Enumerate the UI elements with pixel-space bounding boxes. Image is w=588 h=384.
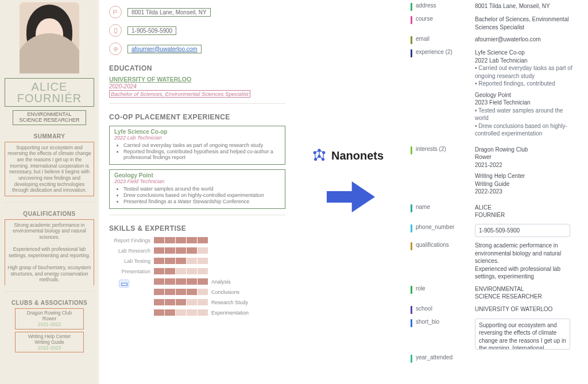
skill-label: Experimentation [208,310,249,316]
skill-label: Conclusions [208,289,239,295]
exp-title: Geology Point [475,91,572,99]
qual-line: Experienced with professional lab settin… [475,265,572,281]
field-value[interactable]: 1-905-509-5900 [475,224,570,238]
divider [109,215,285,215]
resume-main: 8001 Tilda Lane, Monseil, NY 1-905-509-5… [99,0,296,384]
field-row-interests: interests (2) Dragon Rowing Club Rower 2… [411,146,582,199]
club2-name: Writing Help Center [18,333,81,339]
skill-row: Lab Testing [109,257,285,265]
skill-label: Presentation [109,269,154,274]
role-line2: SCIENCE RESEARCHER [16,118,83,123]
summary-heading: SUMMARY [5,133,94,139]
brand-name: Nanonets [331,149,384,162]
phone-icon [109,24,122,37]
club1-years: 2021-2022 [18,321,81,327]
contact-address-row: 8001 Tilda Lane, Monseil, NY [109,6,285,18]
field-value[interactable]: Supporting our ecosystem and reversing t… [475,319,570,350]
club-box-1: Dragon Rowing Club Rower 2021-2022 [15,308,84,329]
interest-years: 2022-2023 [475,188,572,196]
field-row-role: role ENVIRONMENTAL SCIENCE RESEARCHER [411,285,582,301]
id-card-icon[interactable]: ▭ [119,280,129,288]
exp2-position: 2023 Field Technician [114,179,280,184]
field-row-qualifications: qualifications Strong academic performan… [411,242,582,281]
field-row-school: school UNIVERSITY OF WATERLOO [411,305,582,314]
field-value[interactable]: afournier@uwaterloo.com [475,36,572,44]
field-value[interactable]: Bachelor of Sciences, Environmental Scie… [475,15,572,31]
qual-line: Strong academic performance in environme… [475,242,572,265]
exp-position: 2022 Lab Technician [475,57,572,65]
interest-role: Rower [475,153,572,161]
field-key: email [416,36,430,42]
exp-bullet: • Drew conclusions based on highly-contr… [475,122,572,138]
education-years: 2020-2024 [109,83,285,90]
field-value[interactable]: UNIVERSITY OF WATERLOO [475,305,572,314]
field-value[interactable]: 8001 Tilda Lane, Monseil, NY [475,2,572,11]
field-key: short_bio [416,319,439,325]
divider [5,202,94,203]
field-value[interactable]: ENVIRONMENTAL SCIENCE RESEARCHER [475,285,572,301]
exp-bullet: • Reported findings, contributed [475,80,572,88]
club2-role: Writing Guide [18,339,81,345]
last-name: FOURNIÉR [6,92,92,104]
education-heading: EDUCATION [109,64,285,72]
center-column: Nanonets [296,0,411,384]
skill-label: Analysis [208,279,231,285]
field-row-name: name ALICE FOURNIÉR [411,204,582,219]
field-value[interactable]: ALICE FOURNIÉR [475,204,572,219]
nanonets-icon [312,148,327,163]
interest-title: Writing Help Center [475,172,572,180]
education-school: UNIVERSITY OF WATERLOO [109,76,285,83]
exp-title: Lyfe Science Co-op [475,49,572,57]
field-row-email: email afournier@uwaterloo.com [411,36,582,44]
field-key: course [416,15,433,22]
contact-phone-row: 1-905-509-5900 [109,24,285,37]
interest-title: Dragon Rowing Club [475,146,572,154]
field-row-phone: phone_number 1-905-509-5900 [411,224,582,238]
contact-phone: 1-905-509-5900 [127,26,176,35]
qualifications-heading: QUALIFICATIONS [5,211,94,217]
field-row-course: course Bachelor of Sciences, Environment… [411,15,582,31]
skill-label: Lab Testing [109,258,154,264]
education-degree: Bachelor of Sciences, Environmental Scie… [109,90,250,98]
field-key: experience (2) [416,49,452,55]
field-key: role [416,285,425,292]
field-key: qualifications [416,242,449,248]
divider [109,103,285,104]
extracted-panel: address 8001 Tilda Lane, Monseil, NY cou… [411,0,588,384]
field-row-experience: experience (2) Lyfe Science Co-op 2022 L… [411,49,582,141]
skills-chart: Report Findings Lab Research Lab Testing… [109,236,285,317]
field-value[interactable] [475,354,572,363]
field-value[interactable]: Lyfe Science Co-op 2022 Lab Technician •… [475,49,572,141]
interest-role: Writing Guide [475,180,572,188]
interest-years: 2021-2022 [475,161,572,169]
field-value[interactable]: Dragon Rowing Club Rower 2021-2022 Writi… [475,146,572,199]
skill-label: Report Findings [109,238,154,243]
flag-icon [109,6,122,18]
field-key: school [416,305,432,312]
contact-email[interactable]: afournier@uwaterloo.com [127,45,202,53]
field-row-year: year_attended [411,354,582,363]
skill-row: Analysis [109,277,285,286]
divider [5,291,94,292]
skill-row: Lab Research [109,246,285,255]
avatar-wrap [5,0,94,73]
exp2-bullet: Drew conclusions based on highly-control… [123,192,280,198]
at-icon [109,42,122,55]
field-row-short-bio: short_bio Supporting our ecosystem and r… [411,319,582,350]
role-line: ENVIRONMENTAL [475,285,572,293]
exp2-title: Geology Point [114,172,280,179]
qualifications-text: Strong academic performance in environme… [5,219,94,285]
skill-row: Conclusions [109,288,285,296]
first-name: ALICE [6,81,92,92]
field-row-address: address 8001 Tilda Lane, Monseil, NY [411,2,582,11]
skill-row: Research Study [109,298,285,307]
field-value[interactable]: Strong academic performance in environme… [475,242,572,281]
clubs-heading: CLUBS & ASSOCIATIONS [5,300,94,306]
skill-row: Presentation [109,267,285,276]
exp2-bullet: Tested water samples around the world [123,186,280,192]
role-line: SCIENCE RESEARCHER [475,293,572,301]
field-key: address [416,2,436,9]
name-first: ALICE [475,204,572,212]
exp1-bullet: Carried out everyday tasks as part of on… [123,142,280,148]
club-box-2: Writing Help Center Writing Guide 2022-2… [15,332,84,353]
